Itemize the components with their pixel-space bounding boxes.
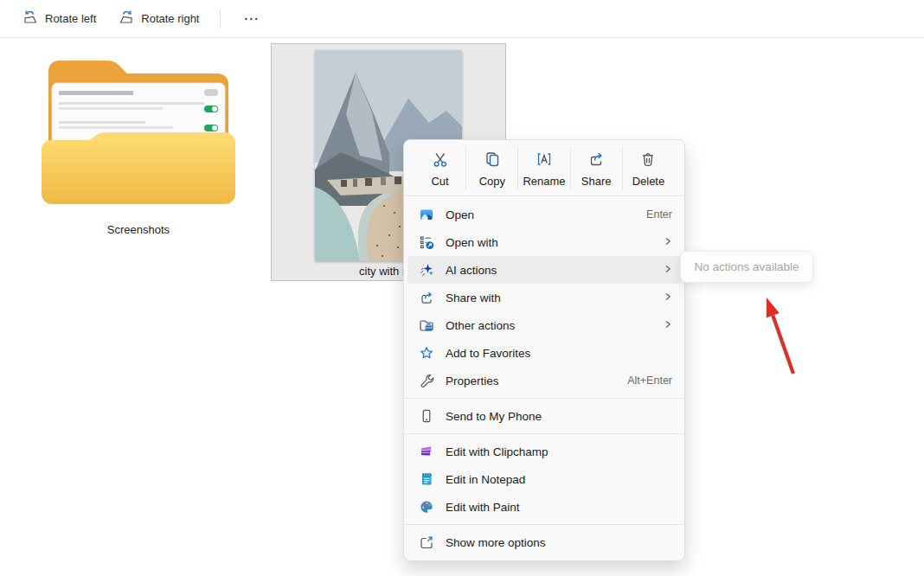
menu-separator: [404, 433, 684, 434]
menu-item-edit-in-notepad-label: Edit in Notepad: [446, 473, 672, 486]
menu-item-open-label: Open: [446, 208, 646, 221]
menu-item-open[interactable]: Open Enter: [407, 201, 681, 228]
clipchamp-icon: [418, 444, 434, 460]
chevron-right-icon: [664, 264, 672, 276]
menu-item-share-with[interactable]: Share with: [407, 284, 681, 311]
folder-name-label: Screenshots: [42, 223, 235, 236]
delete-label: Delete: [632, 175, 665, 188]
rotate-right-label: Rotate right: [141, 12, 199, 25]
ellipsis-icon: ⋯: [243, 6, 260, 32]
toolbar-divider: [220, 10, 221, 29]
menu-item-open-with[interactable]: Open with: [407, 228, 681, 256]
menu-item-ai-actions[interactable]: AI actions: [407, 256, 681, 284]
tooltip-text: No actions available: [695, 260, 799, 273]
copy-button[interactable]: Copy: [466, 147, 518, 190]
red-annotation-arrow: [744, 285, 813, 385]
star-icon: [418, 345, 434, 362]
menu-item-other-actions[interactable]: Other actions: [407, 311, 681, 339]
rename-label: Rename: [523, 175, 565, 188]
share-button[interactable]: Share: [571, 147, 623, 190]
rename-icon: [536, 150, 553, 170]
share-icon: [587, 150, 605, 170]
cut-button[interactable]: Cut: [414, 147, 466, 190]
expand-icon: [418, 534, 434, 551]
delete-icon: [639, 150, 657, 170]
menu-item-send-to-my-phone[interactable]: Send to My Phone: [407, 402, 681, 430]
menu-item-edit-in-notepad[interactable]: Edit in Notepad: [407, 465, 681, 493]
cut-icon: [432, 150, 449, 170]
open-with-icon: [418, 234, 434, 251]
menu-item-send-to-my-phone-label: Send to My Phone: [446, 410, 672, 423]
other-actions-icon: [418, 317, 434, 334]
context-menu: Cut Copy Rename: [403, 139, 685, 561]
ai-sparkle-icon: [418, 262, 434, 278]
rotate-left-icon: [22, 10, 38, 28]
menu-separator: [404, 398, 684, 399]
chevron-right-icon: [664, 291, 672, 304]
image-file-icon: [418, 207, 434, 223]
menu-item-edit-with-clipchamp[interactable]: Edit with Clipchamp: [407, 438, 681, 465]
menu-item-edit-with-paint[interactable]: Edit with Paint: [407, 493, 681, 521]
paint-icon: [418, 499, 434, 515]
menu-item-share-with-label: Share with: [446, 291, 664, 304]
menu-items: Open Enter Open with: [404, 196, 684, 560]
menu-item-properties-shortcut: Alt+Enter: [627, 374, 672, 387]
folder-icon: [42, 50, 235, 204]
menu-item-open-with-label: Open with: [446, 236, 664, 249]
share-label: Share: [581, 175, 612, 188]
rotate-right-button[interactable]: Rotate right: [110, 5, 208, 33]
rotate-left-button[interactable]: Rotate left: [14, 5, 105, 33]
menu-separator: [404, 524, 684, 525]
menu-item-ai-actions-label: AI actions: [446, 264, 664, 277]
menu-item-other-actions-label: Other actions: [446, 319, 664, 332]
quick-actions-row: Cut Copy Rename: [404, 140, 684, 195]
folder-tile-screenshots[interactable]: Screenshots: [42, 50, 235, 236]
menu-item-properties-label: Properties: [446, 374, 627, 387]
copy-label: Copy: [479, 175, 505, 188]
cut-label: Cut: [431, 175, 448, 188]
menu-item-add-to-favorites[interactable]: Add to Favorites: [407, 339, 681, 367]
rotate-right-icon: [119, 10, 134, 28]
menu-item-add-to-favorites-label: Add to Favorites: [446, 347, 672, 360]
file-explorer-window: Rotate left Rotate right ⋯: [0, 0, 924, 576]
toolbar: Rotate left Rotate right ⋯: [0, 0, 924, 38]
copy-icon: [484, 150, 501, 170]
menu-item-show-more-options[interactable]: Show more options: [407, 528, 681, 556]
more-options-button[interactable]: ⋯: [233, 5, 270, 33]
menu-item-properties[interactable]: Properties Alt+Enter: [407, 367, 681, 394]
chevron-right-icon: [664, 319, 672, 331]
menu-item-edit-with-paint-label: Edit with Paint: [446, 501, 672, 514]
wrench-icon: [418, 373, 434, 389]
menu-item-show-more-options-label: Show more options: [446, 536, 672, 549]
phone-icon: [418, 408, 434, 425]
menu-item-open-shortcut: Enter: [646, 208, 672, 221]
menu-item-edit-with-clipchamp-label: Edit with Clipchamp: [446, 445, 672, 458]
rename-button[interactable]: Rename: [518, 147, 570, 190]
chevron-right-icon: [664, 236, 672, 248]
notepad-icon: [418, 471, 434, 488]
share-with-icon: [418, 290, 434, 306]
no-actions-tooltip: No actions available: [680, 251, 813, 283]
delete-button[interactable]: Delete: [623, 147, 674, 190]
rotate-left-label: Rotate left: [45, 12, 96, 25]
